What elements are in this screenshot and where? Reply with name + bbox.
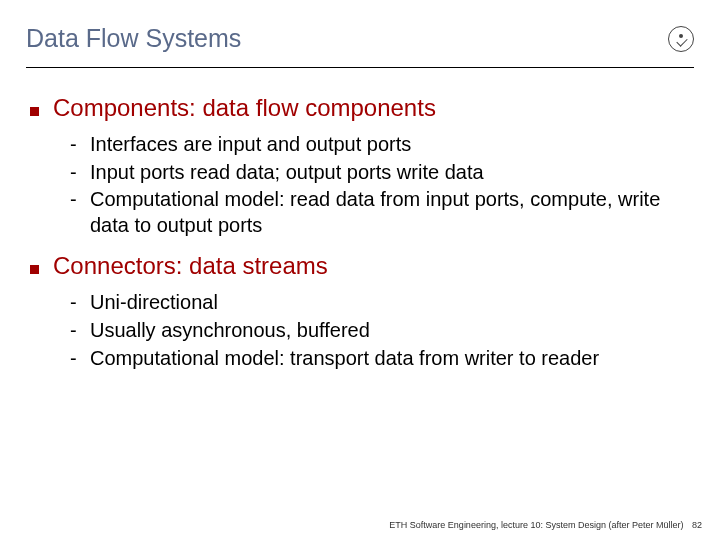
dash-bullet-icon: - xyxy=(70,290,90,316)
slide-content: Components: data flow components - Inter… xyxy=(26,94,694,371)
dash-bullet-icon: - xyxy=(70,346,90,372)
slide-header: Data Flow Systems xyxy=(26,24,694,68)
slide-title: Data Flow Systems xyxy=(26,24,241,53)
list-item: - Computational model: read data from in… xyxy=(70,187,694,238)
section-title: Connectors: data streams xyxy=(53,252,328,280)
list-item: - Computational model: transport data fr… xyxy=(70,346,694,372)
item-text: Computational model: transport data from… xyxy=(90,346,694,372)
logo-icon xyxy=(668,26,694,52)
item-text: Computational model: read data from inpu… xyxy=(90,187,694,238)
section-connectors: Connectors: data streams - Uni-direction… xyxy=(30,252,694,371)
square-bullet-icon xyxy=(30,107,39,116)
dash-bullet-icon: - xyxy=(70,132,90,158)
slide: Data Flow Systems Components: data flow … xyxy=(0,0,720,371)
section-title: Components: data flow components xyxy=(53,94,436,122)
section-heading: Components: data flow components xyxy=(30,94,694,122)
section-heading: Connectors: data streams xyxy=(30,252,694,280)
section-items: - Uni-directional - Usually asynchronous… xyxy=(30,290,694,371)
section-components: Components: data flow components - Inter… xyxy=(30,94,694,238)
item-text: Usually asynchronous, buffered xyxy=(90,318,694,344)
item-text: Input ports read data; output ports writ… xyxy=(90,160,694,186)
dash-bullet-icon: - xyxy=(70,160,90,186)
footer-text: ETH Software Engineering, lecture 10: Sy… xyxy=(389,520,683,530)
slide-footer: ETH Software Engineering, lecture 10: Sy… xyxy=(389,520,702,530)
list-item: - Input ports read data; output ports wr… xyxy=(70,160,694,186)
list-item: - Usually asynchronous, buffered xyxy=(70,318,694,344)
item-text: Uni-directional xyxy=(90,290,694,316)
page-number: 82 xyxy=(692,520,702,530)
list-item: - Uni-directional xyxy=(70,290,694,316)
section-items: - Interfaces are input and output ports … xyxy=(30,132,694,238)
dash-bullet-icon: - xyxy=(70,318,90,344)
item-text: Interfaces are input and output ports xyxy=(90,132,694,158)
dash-bullet-icon: - xyxy=(70,187,90,213)
list-item: - Interfaces are input and output ports xyxy=(70,132,694,158)
square-bullet-icon xyxy=(30,265,39,274)
